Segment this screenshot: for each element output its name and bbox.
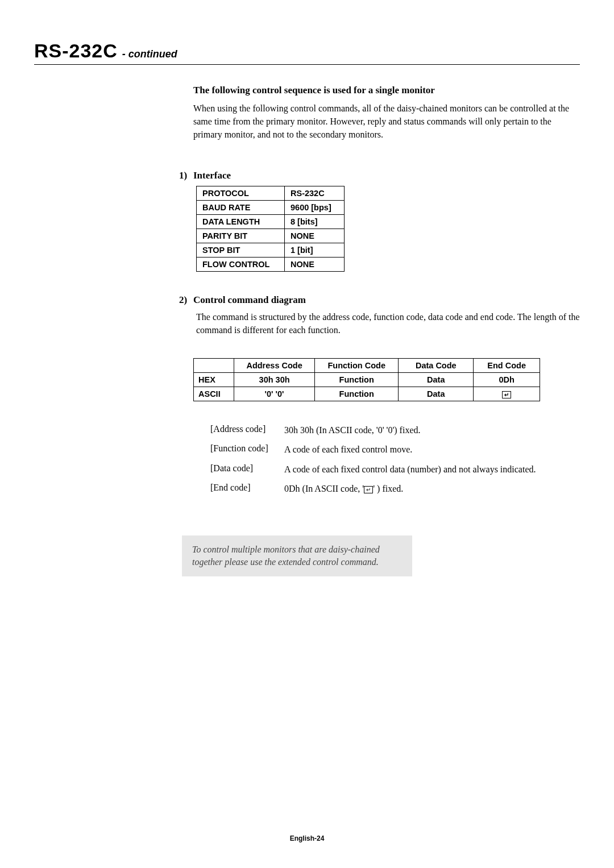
section-2-description: The command is structured by the address… (196, 310, 580, 337)
def-value: A code of each fixed control data (numbe… (284, 463, 536, 476)
header-cell: Address Code (234, 358, 315, 372)
table-row: PROTOCOL RS-232C (197, 186, 345, 200)
command-table: Address Code Function Code Data Code End… (193, 358, 540, 401)
page-footer: English-24 (0, 834, 614, 842)
table-row: HEX 30h 30h Function Data 0Dh (194, 372, 540, 387)
cell-value: RS-232C (285, 186, 345, 200)
section-1-number: 1) (179, 170, 193, 181)
table-row: STOP BIT 1 [bit] (197, 243, 345, 257)
header-cell: Data Code (399, 358, 474, 372)
cell: HEX (194, 372, 234, 387)
cell-label: PROTOCOL (197, 186, 285, 200)
cell: 30h 30h (234, 372, 315, 387)
section-2-title: Control command diagram (193, 294, 306, 306)
return-icon: ↵ (502, 391, 511, 398)
cell-value: NONE (285, 229, 345, 243)
header-cell: Function Code (315, 358, 399, 372)
cell: 0Dh (474, 372, 540, 387)
table-row: FLOW CONTROL NONE (197, 257, 345, 271)
cell-label: STOP BIT (197, 243, 285, 257)
def-label: [Function code] (210, 443, 284, 456)
cell-label: BAUD RATE (197, 200, 285, 214)
def-value: 0Dh (In ASCII code, '↵' ) fixed. (284, 483, 403, 495)
intro-paragraph: When using the following control command… (193, 102, 580, 142)
table-header-row: Address Code Function Code Data Code End… (194, 358, 540, 372)
definition-row: [Function code] A code of each fixed con… (210, 443, 580, 456)
definition-row: [End code] 0Dh (In ASCII code, '↵' ) fix… (210, 483, 580, 495)
code-definitions: [Address code] 30h 30h (In ASCII code, '… (210, 424, 580, 496)
continued-label: - continued (122, 48, 177, 60)
def-label: [Data code] (210, 463, 284, 476)
table-row: ASCII '0' '0' Function Data ↵ (194, 387, 540, 401)
page-header: RS-232C - continued (34, 40, 580, 65)
cell: '0' '0' (234, 387, 315, 401)
cell-value: 1 [bit] (285, 243, 345, 257)
page-title: RS-232C (34, 40, 118, 62)
cell: Data (399, 387, 474, 401)
cell-label: FLOW CONTROL (197, 257, 285, 271)
table-row: DATA LENGTH 8 [bits] (197, 214, 345, 229)
def-label: [End code] (210, 483, 284, 495)
section-2-header: 2) Control command diagram (193, 294, 580, 306)
cell: ↵ (474, 387, 540, 401)
def-label: [Address code] (210, 424, 284, 437)
cell-label: DATA LENGTH (197, 214, 285, 229)
intro-heading: The following control sequence is used f… (193, 85, 580, 96)
section-2-number: 2) (179, 294, 193, 306)
header-cell (194, 358, 234, 372)
cell-value: 9600 [bps] (285, 200, 345, 214)
definition-row: [Data code] A code of each fixed control… (210, 463, 580, 476)
cell: Data (399, 372, 474, 387)
table-row: BAUD RATE 9600 [bps] (197, 200, 345, 214)
note-box: To control multiple monitors that are da… (182, 535, 412, 577)
interface-table: PROTOCOL RS-232C BAUD RATE 9600 [bps] DA… (196, 186, 345, 272)
table-row: PARITY BIT NONE (197, 229, 345, 243)
def-value: 30h 30h (In ASCII code, '0' '0') fixed. (284, 424, 421, 437)
section-1-title: Interface (193, 170, 231, 181)
section-1-header: 1) Interface (193, 170, 580, 181)
return-icon: ↵ (364, 486, 373, 493)
cell: Function (315, 372, 399, 387)
content-area: The following control sequence is used f… (193, 85, 580, 576)
cell: ASCII (194, 387, 234, 401)
cell-label: PARITY BIT (197, 229, 285, 243)
cell-value: NONE (285, 257, 345, 271)
header-cell: End Code (474, 358, 540, 372)
cell-value: 8 [bits] (285, 214, 345, 229)
definition-row: [Address code] 30h 30h (In ASCII code, '… (210, 424, 580, 437)
cell: Function (315, 387, 399, 401)
def-value: A code of each fixed control move. (284, 443, 412, 456)
